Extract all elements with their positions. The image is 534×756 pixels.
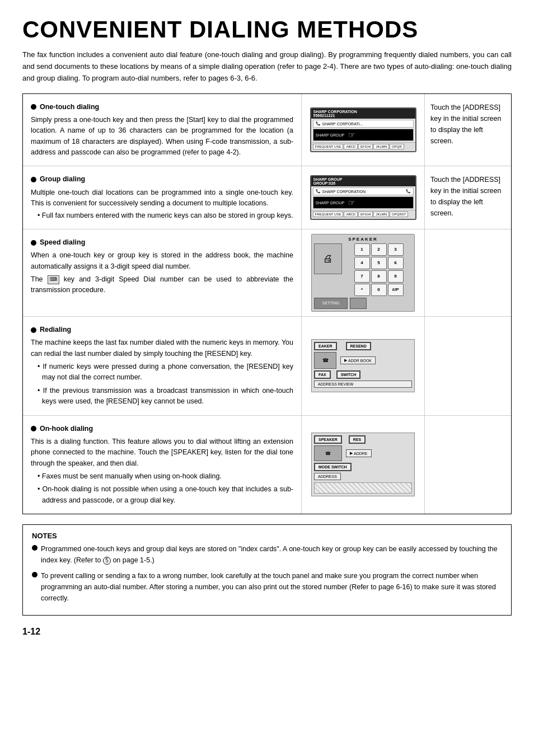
resend-row1: EAKER RESEND	[314, 342, 412, 350]
page-number: 1-12	[22, 627, 512, 637]
onhook-addre: ▶ ADDRE	[346, 449, 372, 457]
resend-addrreview: ADDRESS REVIEW	[314, 381, 412, 388]
speed-bullet	[31, 240, 36, 246]
speed-body2: The ⌨ key and 3-digit Speed Dial number …	[31, 274, 293, 296]
group-body: Multiple one-touch dial locations can be…	[31, 187, 293, 209]
intro-paragraph: The fax function includes a convenient a…	[22, 49, 512, 84]
screen-mock-1: SHARP CORPORATION 5566211221 📞 SHARP COR…	[310, 107, 416, 152]
group-text: Group dialing Multiple one-touch dial lo…	[23, 166, 301, 229]
onhook-bullet	[31, 426, 36, 431]
onhook-mock: SPEAKER RES ☎ ▶ ADDRE MODE SWITCH ADDRES…	[311, 433, 415, 496]
key-star: *	[354, 284, 370, 296]
key-7: 7	[354, 270, 370, 283]
onhook-speaker: SPEAKER	[314, 435, 342, 444]
onhook-sub1: • Faxes must be sent manually when using…	[38, 471, 293, 482]
speed-body: When a one-touch key or group key is sto…	[31, 250, 293, 272]
one-touch-body: Simply press a one-touch key and then pr…	[31, 115, 293, 158]
speed-text: Speed dialing When a one-touch key or gr…	[23, 229, 301, 316]
key-hash: #/P	[388, 284, 404, 296]
onhook-title: On-hook dialing	[31, 424, 293, 434]
key-2: 2	[371, 243, 387, 256]
speed-icon: ⌨	[48, 275, 59, 284]
keypad-left-area: 🖨	[314, 243, 342, 274]
screen1-header: SHARP CORPORATION 5566211221	[311, 109, 415, 119]
speed-title: Speed dialing	[31, 237, 293, 248]
redialing-text: Redialing The machine keeps the last fax…	[23, 317, 301, 415]
resend-mock: EAKER RESEND ☎ ▶ ADDR BOOK FAX	[311, 339, 415, 392]
resend-row4: ADDRESS REVIEW	[314, 381, 412, 388]
notes-text-1: Programmed one-touch keys and group dial…	[41, 543, 502, 566]
main-content-box: One-touch dialing Simply press a one-tou…	[22, 93, 512, 515]
screen2-row1: 📞 SHARP CORPORATION 📞	[313, 187, 414, 195]
screen1-row1: 📞 SHARP CORPORATI...	[313, 120, 414, 128]
keypad-mock: SPEAKER 🖨 1 2 3 4 5 6 7	[311, 234, 415, 312]
onhook-row1: SPEAKER RES	[314, 435, 412, 444]
onhook-modeswitch: MODE SWITCH	[314, 463, 352, 471]
section-one-touch: One-touch dialing Simply press a one-tou…	[23, 94, 511, 167]
key-4: 4	[354, 257, 370, 269]
resend-addrbook: ▶ ADDR BOOK	[340, 356, 376, 364]
keypad-top: SPEAKER 🖨 1 2 3 4 5 6 7	[311, 234, 415, 312]
redialing-body: The machine keeps the last fax number di…	[31, 337, 293, 359]
group-right: Touch the [ADDRESS] key in the initial s…	[424, 166, 511, 229]
one-touch-title: One-touch dialing	[31, 102, 293, 112]
onhook-right	[424, 416, 511, 514]
screen2-tabs: FREQUENT USE ABCD EFGHI JKLMN OPQRST	[311, 210, 415, 218]
section-redialing: Redialing The machine keeps the last fax…	[23, 317, 511, 416]
one-touch-right: Touch the [ADDRESS] key in the initial s…	[424, 94, 511, 166]
notes-title: NOTES	[32, 532, 502, 540]
onhook-row3: MODE SWITCH	[314, 463, 412, 471]
resend-fax: FAX	[314, 370, 331, 379]
notes-text-2: To prevent calling or sending a fax to a…	[41, 570, 502, 604]
page-title: CONVENIENT DIALING METHODS	[22, 17, 512, 43]
section-onhook: On-hook dialing This is a dialing functi…	[23, 416, 511, 514]
resend-switch: SWITCH	[336, 370, 361, 379]
keypad-bottom-row: SETTING	[314, 298, 412, 309]
keypad-settings: SETTING	[314, 298, 348, 309]
resend-icon-area: ☎	[314, 352, 336, 369]
onhook-pattern	[314, 482, 412, 494]
redialing-bullet	[31, 327, 36, 333]
key-6: 6	[388, 257, 404, 269]
resend-row2: ☎ ▶ ADDR BOOK	[314, 352, 412, 369]
circle-5: 5	[103, 557, 111, 565]
key-8: 8	[371, 270, 387, 283]
section-group: Group dialing Multiple one-touch dial lo…	[23, 166, 511, 229]
onhook-address: ADDRESS	[314, 473, 341, 480]
onhook-icon-area: ☎	[314, 445, 342, 461]
keypad-label: SPEAKER	[314, 237, 412, 242]
onhook-sub2: • On-hook dialing is not possible when u…	[38, 484, 293, 506]
onhook-row4: ADDRESS	[314, 473, 412, 480]
screen2-header: SHARP GROUP GROUP:026	[311, 176, 415, 186]
notes-item-2: To prevent calling or sending a fax to a…	[32, 570, 502, 604]
resend-row3: FAX SWITCH	[314, 370, 412, 379]
screen1-row2: SHARP GROUP ☞	[313, 129, 414, 141]
redialing-sub1: • If numeric keys were pressed during a …	[38, 361, 293, 383]
redialing-title: Redialing	[31, 325, 293, 335]
group-image: SHARP GROUP GROUP:026 📞 SHARP CORPORATIO…	[301, 166, 424, 229]
group-bullet	[31, 177, 36, 182]
key-5: 5	[371, 257, 387, 269]
keypad-grid: 1 2 3 4 5 6 7 8 9 * 0 #/P	[354, 243, 404, 296]
keypad-extra	[350, 298, 367, 309]
key-0: 0	[371, 284, 387, 296]
onhook-res: RES	[349, 435, 366, 444]
one-touch-bullet	[31, 104, 36, 110]
screen2-row2: SHARP GROUP ☞	[313, 196, 414, 209]
resend-resend: RESEND	[346, 342, 371, 350]
notes-box: NOTES Programmed one-touch keys and grou…	[22, 524, 512, 616]
speed-right	[424, 229, 511, 316]
group-sub1: • Full fax numbers entered with the nume…	[38, 210, 293, 221]
onhook-row2: ☎ ▶ ADDRE	[314, 445, 412, 461]
redialing-image: EAKER RESEND ☎ ▶ ADDR BOOK FAX	[301, 317, 424, 415]
onhook-text: On-hook dialing This is a dialing functi…	[23, 416, 301, 514]
key-3: 3	[388, 243, 404, 256]
onhook-image: SPEAKER RES ☎ ▶ ADDRE MODE SWITCH ADDRES…	[301, 416, 424, 514]
redialing-right	[424, 317, 511, 415]
screen-mock-2: SHARP GROUP GROUP:026 📞 SHARP CORPORATIO…	[310, 175, 416, 220]
key-9: 9	[388, 270, 404, 283]
redialing-sub2: • If the previous transmission was a bro…	[38, 386, 293, 407]
resend-eaker: EAKER	[314, 342, 337, 350]
section-speed: Speed dialing When a one-touch key or gr…	[23, 229, 511, 317]
one-touch-text: One-touch dialing Simply press a one-tou…	[23, 94, 301, 166]
